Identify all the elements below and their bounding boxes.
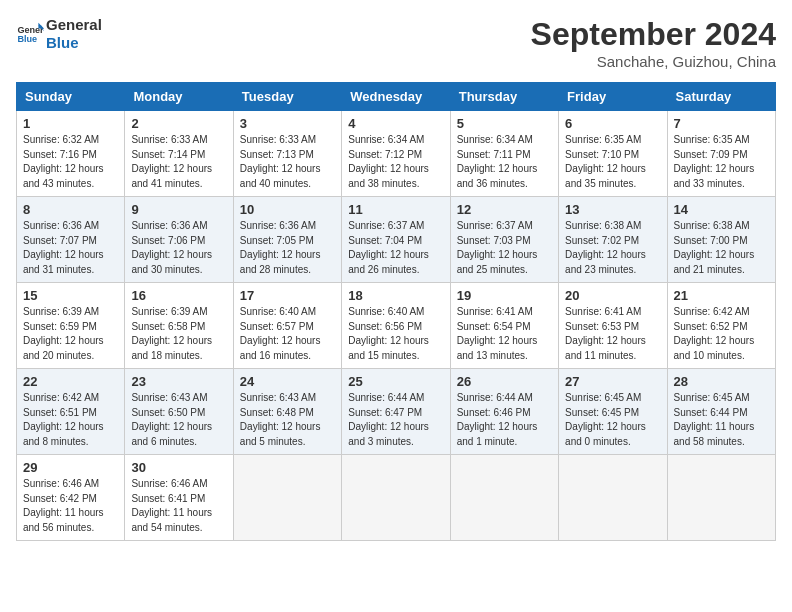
day-number: 27 [565,374,660,389]
day-info: Sunrise: 6:43 AM Sunset: 6:50 PM Dayligh… [131,391,226,449]
month-title: September 2024 [531,16,776,53]
daylight-label: Daylight: 12 hours and 16 minutes. [240,335,321,361]
day-number: 12 [457,202,552,217]
logo: General Blue General Blue [16,16,102,52]
sunrise-label: Sunrise: 6:36 AM [131,220,207,231]
daylight-label: Daylight: 12 hours and 3 minutes. [348,421,429,447]
day-number: 2 [131,116,226,131]
calendar-cell: 19 Sunrise: 6:41 AM Sunset: 6:54 PM Dayl… [450,283,558,369]
sunset-label: Sunset: 7:03 PM [457,235,531,246]
calendar-cell: 14 Sunrise: 6:38 AM Sunset: 7:00 PM Dayl… [667,197,775,283]
day-info: Sunrise: 6:36 AM Sunset: 7:07 PM Dayligh… [23,219,118,277]
day-info: Sunrise: 6:46 AM Sunset: 6:42 PM Dayligh… [23,477,118,535]
calendar-cell: 20 Sunrise: 6:41 AM Sunset: 6:53 PM Dayl… [559,283,667,369]
calendar-cell: 6 Sunrise: 6:35 AM Sunset: 7:10 PM Dayli… [559,111,667,197]
weekday-friday: Friday [559,83,667,111]
sunset-label: Sunset: 6:46 PM [457,407,531,418]
calendar-cell: 4 Sunrise: 6:34 AM Sunset: 7:12 PM Dayli… [342,111,450,197]
day-info: Sunrise: 6:36 AM Sunset: 7:06 PM Dayligh… [131,219,226,277]
day-number: 3 [240,116,335,131]
day-info: Sunrise: 6:45 AM Sunset: 6:44 PM Dayligh… [674,391,769,449]
day-number: 29 [23,460,118,475]
day-number: 9 [131,202,226,217]
day-number: 17 [240,288,335,303]
day-number: 13 [565,202,660,217]
day-number: 7 [674,116,769,131]
sunset-label: Sunset: 7:11 PM [457,149,531,160]
sunrise-label: Sunrise: 6:32 AM [23,134,99,145]
daylight-label: Daylight: 11 hours and 54 minutes. [131,507,212,533]
daylight-label: Daylight: 12 hours and 40 minutes. [240,163,321,189]
weekday-monday: Monday [125,83,233,111]
day-info: Sunrise: 6:35 AM Sunset: 7:10 PM Dayligh… [565,133,660,191]
sunrise-label: Sunrise: 6:37 AM [348,220,424,231]
sunrise-label: Sunrise: 6:36 AM [240,220,316,231]
day-number: 20 [565,288,660,303]
sunset-label: Sunset: 6:57 PM [240,321,314,332]
calendar-cell: 1 Sunrise: 6:32 AM Sunset: 7:16 PM Dayli… [17,111,125,197]
day-info: Sunrise: 6:38 AM Sunset: 7:00 PM Dayligh… [674,219,769,277]
day-info: Sunrise: 6:44 AM Sunset: 6:46 PM Dayligh… [457,391,552,449]
calendar-cell: 7 Sunrise: 6:35 AM Sunset: 7:09 PM Dayli… [667,111,775,197]
sunrise-label: Sunrise: 6:42 AM [674,306,750,317]
sunset-label: Sunset: 7:10 PM [565,149,639,160]
day-info: Sunrise: 6:38 AM Sunset: 7:02 PM Dayligh… [565,219,660,277]
sunset-label: Sunset: 7:12 PM [348,149,422,160]
sunrise-label: Sunrise: 6:36 AM [23,220,99,231]
calendar-cell: 21 Sunrise: 6:42 AM Sunset: 6:52 PM Dayl… [667,283,775,369]
calendar-cell: 25 Sunrise: 6:44 AM Sunset: 6:47 PM Dayl… [342,369,450,455]
day-number: 24 [240,374,335,389]
day-number: 25 [348,374,443,389]
title-area: September 2024 Sanchahe, Guizhou, China [531,16,776,70]
sunset-label: Sunset: 7:13 PM [240,149,314,160]
sunrise-label: Sunrise: 6:39 AM [131,306,207,317]
daylight-label: Daylight: 12 hours and 33 minutes. [674,163,755,189]
calendar-cell [559,455,667,541]
daylight-label: Daylight: 11 hours and 56 minutes. [23,507,104,533]
daylight-label: Daylight: 11 hours and 58 minutes. [674,421,755,447]
sunset-label: Sunset: 7:04 PM [348,235,422,246]
daylight-label: Daylight: 12 hours and 18 minutes. [131,335,212,361]
calendar-week-row: 22 Sunrise: 6:42 AM Sunset: 6:51 PM Dayl… [17,369,776,455]
sunset-label: Sunset: 6:58 PM [131,321,205,332]
daylight-label: Daylight: 12 hours and 30 minutes. [131,249,212,275]
day-info: Sunrise: 6:42 AM Sunset: 6:52 PM Dayligh… [674,305,769,363]
day-info: Sunrise: 6:41 AM Sunset: 6:53 PM Dayligh… [565,305,660,363]
weekday-wednesday: Wednesday [342,83,450,111]
daylight-label: Daylight: 12 hours and 21 minutes. [674,249,755,275]
day-number: 11 [348,202,443,217]
day-info: Sunrise: 6:45 AM Sunset: 6:45 PM Dayligh… [565,391,660,449]
sunrise-label: Sunrise: 6:38 AM [565,220,641,231]
calendar-cell: 18 Sunrise: 6:40 AM Sunset: 6:56 PM Dayl… [342,283,450,369]
daylight-label: Daylight: 12 hours and 43 minutes. [23,163,104,189]
daylight-label: Daylight: 12 hours and 8 minutes. [23,421,104,447]
day-info: Sunrise: 6:35 AM Sunset: 7:09 PM Dayligh… [674,133,769,191]
day-number: 22 [23,374,118,389]
sunrise-label: Sunrise: 6:33 AM [131,134,207,145]
daylight-label: Daylight: 12 hours and 41 minutes. [131,163,212,189]
calendar-cell: 12 Sunrise: 6:37 AM Sunset: 7:03 PM Dayl… [450,197,558,283]
day-info: Sunrise: 6:39 AM Sunset: 6:59 PM Dayligh… [23,305,118,363]
sunrise-label: Sunrise: 6:34 AM [348,134,424,145]
sunset-label: Sunset: 6:52 PM [674,321,748,332]
day-info: Sunrise: 6:39 AM Sunset: 6:58 PM Dayligh… [131,305,226,363]
day-number: 4 [348,116,443,131]
svg-text:Blue: Blue [17,34,37,44]
sunrise-label: Sunrise: 6:37 AM [457,220,533,231]
sunset-label: Sunset: 6:44 PM [674,407,748,418]
sunrise-label: Sunrise: 6:42 AM [23,392,99,403]
day-number: 26 [457,374,552,389]
daylight-label: Daylight: 12 hours and 5 minutes. [240,421,321,447]
daylight-label: Daylight: 12 hours and 38 minutes. [348,163,429,189]
calendar-cell [667,455,775,541]
sunrise-label: Sunrise: 6:41 AM [457,306,533,317]
sunset-label: Sunset: 6:53 PM [565,321,639,332]
calendar-week-row: 1 Sunrise: 6:32 AM Sunset: 7:16 PM Dayli… [17,111,776,197]
day-info: Sunrise: 6:37 AM Sunset: 7:03 PM Dayligh… [457,219,552,277]
sunset-label: Sunset: 6:54 PM [457,321,531,332]
calendar-week-row: 15 Sunrise: 6:39 AM Sunset: 6:59 PM Dayl… [17,283,776,369]
sunrise-label: Sunrise: 6:45 AM [565,392,641,403]
sunrise-label: Sunrise: 6:38 AM [674,220,750,231]
calendar-cell: 11 Sunrise: 6:37 AM Sunset: 7:04 PM Dayl… [342,197,450,283]
location: Sanchahe, Guizhou, China [531,53,776,70]
